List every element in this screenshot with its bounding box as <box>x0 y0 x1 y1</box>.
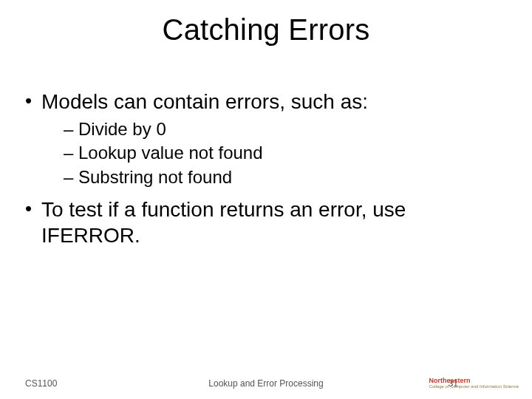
bullet-text: Models can contain errors, such as: <box>41 90 368 113</box>
logo-text-top: Northeastern <box>429 378 519 384</box>
slide-body: Models can contain errors, such as: Divi… <box>25 89 507 254</box>
bullet-item: To test if a function returns an error, … <box>25 197 507 248</box>
bullet-list: Models can contain errors, such as: Divi… <box>25 89 507 248</box>
sub-bullet-text: Lookup value not found <box>78 143 263 163</box>
bullet-item: Models can contain errors, such as: Divi… <box>25 89 507 189</box>
sub-bullet-list: Divide by 0 Lookup value not found Subst… <box>41 117 507 189</box>
sub-bullet-item: Substring not found <box>64 166 507 189</box>
logo-text-bottom: College of Computer and Information Scie… <box>429 384 519 389</box>
slide-title: Catching Errors <box>0 13 532 47</box>
bullet-text: To test if a function returns an error, … <box>41 198 406 247</box>
sub-bullet-item: Divide by 0 <box>64 117 507 141</box>
footer-logo: Northeastern College of Computer and Inf… <box>429 378 519 389</box>
sub-bullet-text: Substring not found <box>78 167 232 187</box>
slide: Catching Errors Models can contain error… <box>0 0 532 399</box>
sub-bullet-item: Lookup value not found <box>64 141 507 165</box>
slide-footer: CS1100 Lookup and Error Processing 31 No… <box>0 371 532 389</box>
sub-bullet-text: Divide by 0 <box>78 119 166 139</box>
